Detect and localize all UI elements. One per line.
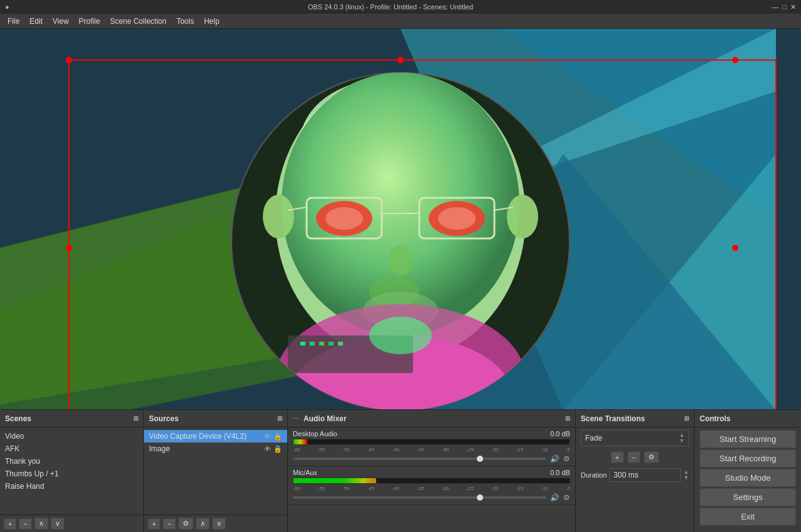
lock-icon[interactable]: 🔒 <box>273 432 282 441</box>
sources-panel-title: Sources <box>149 414 178 423</box>
exit-button[interactable]: Exit <box>700 508 796 526</box>
mic-aux-label: Mic/Aux <box>293 469 317 476</box>
settings-button[interactable]: Settings <box>700 488 796 506</box>
svg-rect-32 <box>319 342 324 345</box>
desktop-audio-labels: -60-55-50-45-40-35-30-25-20-15-10-5 <box>293 447 570 453</box>
duration-row: Duration 300 ms ▲▼ <box>576 466 694 484</box>
sources-panel-footer: + − ⚙ ∧ ∨ <box>144 514 287 532</box>
transitions-panel-icon[interactable]: ⊞ <box>684 415 689 422</box>
mic-aux-header: Mic/Aux 0.0 dB <box>293 469 570 476</box>
duration-value: 300 ms <box>614 471 638 479</box>
window-icon: ● <box>5 3 9 11</box>
source-item-image-icons: 👁 🔒 <box>264 445 282 453</box>
studio-mode-button[interactable]: Studio Mode <box>700 469 796 487</box>
window-title: OBS 24.0.3 (linux) - Profile: Untitled -… <box>9 3 772 11</box>
transitions-panel-header: Scene Transitions ⊞ <box>576 410 694 427</box>
scenes-remove-button[interactable]: − <box>19 518 31 529</box>
mic-aux-vu-meter <box>293 478 570 484</box>
menu-profile[interactable]: Profile <box>74 16 105 27</box>
svg-point-40 <box>732 57 738 63</box>
svg-rect-30 <box>300 342 305 345</box>
sources-add-button[interactable]: + <box>148 518 160 529</box>
close-button[interactable]: ✕ <box>790 3 796 11</box>
menu-help[interactable]: Help <box>199 16 225 27</box>
scenes-add-button[interactable]: + <box>4 518 16 529</box>
sources-up-button[interactable]: ∧ <box>196 518 210 529</box>
source-item-v4l2-icons: 👁 🔒 <box>264 432 282 441</box>
mic-aux-slider-thumb <box>477 494 483 501</box>
sources-panel: Sources ⊞ Video Capture Device (V4L2) 👁 … <box>144 410 288 532</box>
mic-aux-slider[interactable] <box>293 496 546 499</box>
scene-item-raisehand[interactable]: Raise Hand <box>0 480 143 493</box>
desktop-audio-vu-meter <box>293 439 570 445</box>
menu-view[interactable]: View <box>48 16 74 27</box>
start-streaming-button[interactable]: Start Streaming <box>700 430 796 448</box>
desktop-audio-controls: 🔊 ⚙ <box>293 454 570 463</box>
sources-remove-button[interactable]: − <box>163 518 175 529</box>
scenes-down-button[interactable]: ∨ <box>51 518 64 529</box>
scenes-up-button[interactable]: ∧ <box>34 518 48 529</box>
scene-item-video[interactable]: Video <box>0 430 143 442</box>
svg-rect-33 <box>329 342 334 345</box>
svg-point-39 <box>397 57 404 63</box>
mic-aux-settings-icon[interactable]: ⚙ <box>563 493 570 502</box>
controls-panel-header: Controls <box>695 410 801 427</box>
sources-panel-header: Sources ⊞ <box>144 410 287 427</box>
menu-file[interactable]: File <box>3 16 24 27</box>
scenes-panel-header: Scenes ⊞ <box>0 410 143 427</box>
sources-down-button[interactable]: ∨ <box>212 518 226 529</box>
transition-dropdown[interactable]: Fade ▲▼ <box>581 430 689 446</box>
source-item-image[interactable]: Image 👁 🔒 <box>144 442 287 455</box>
controls-panel: Controls Start Streaming Start Recording… <box>695 410 801 532</box>
duration-value-display: 300 ms <box>610 468 681 482</box>
title-bar: ● OBS 24.0.3 (linux) - Profile: Untitled… <box>0 0 801 14</box>
scenes-panel: Scenes ⊞ Video AFK Thank you Thumbs Up /… <box>0 410 144 532</box>
start-recording-button[interactable]: Start Recording <box>700 449 796 468</box>
scene-item-afk[interactable]: AFK <box>0 442 143 455</box>
duration-label: Duration <box>581 471 607 479</box>
duration-spinner[interactable]: ▲▼ <box>683 469 689 481</box>
desktop-audio-label: Desktop Audio <box>293 430 337 437</box>
scenes-list: Video AFK Thank you Thumbs Up / +1 Raise… <box>0 427 143 514</box>
audio-drag-handle: ⋯ <box>293 415 300 422</box>
audio-panel-icon[interactable]: ⊞ <box>565 415 570 422</box>
transitions-panel: Scene Transitions ⊞ Fade ▲▼ + − ⚙ Durati… <box>576 410 695 532</box>
scene-item-thumbsup[interactable]: Thumbs Up / +1 <box>0 468 143 480</box>
desktop-audio-header: Desktop Audio 0.0 dB <box>293 430 570 437</box>
sources-settings-button[interactable]: ⚙ <box>178 518 193 529</box>
scenes-panel-icon[interactable]: ⊞ <box>133 415 138 422</box>
desktop-audio-slider[interactable] <box>293 458 546 460</box>
eye-icon2[interactable]: 👁 <box>264 445 271 453</box>
mic-aux-labels: -60-55-50-45-40-35-30-25-20-15-10-5 <box>293 486 570 491</box>
menu-bar: File Edit View Profile Scene Collection … <box>0 14 801 29</box>
source-item-v4l2-label: Video Capture Device (V4L2) <box>149 432 247 441</box>
desktop-audio-settings-icon[interactable]: ⚙ <box>563 454 570 463</box>
maximize-button[interactable]: □ <box>782 3 787 11</box>
desktop-audio-vu-fill <box>293 439 307 444</box>
menu-scene-collection[interactable]: Scene Collection <box>105 16 171 27</box>
controls-panel-title: Controls <box>700 414 730 423</box>
eye-icon[interactable]: 👁 <box>264 432 271 441</box>
scenes-panel-footer: + − ∧ ∨ <box>0 514 143 532</box>
minimize-button[interactable]: — <box>772 3 778 11</box>
source-item-v4l2[interactable]: Video Capture Device (V4L2) 👁 🔒 <box>144 430 287 442</box>
preview-area <box>0 29 801 409</box>
mic-aux-channel: Mic/Aux 0.0 dB -60-55-50-45-40-35-30-25-… <box>288 466 575 505</box>
transitions-remove-button[interactable]: − <box>628 451 640 463</box>
menu-tools[interactable]: Tools <box>171 16 199 27</box>
desktop-audio-mute-icon[interactable]: 🔊 <box>550 454 559 463</box>
mic-aux-mute-icon[interactable]: 🔊 <box>550 493 559 502</box>
scene-item-thankyou[interactable]: Thank you <box>0 455 143 468</box>
controls-buttons-area: Start Streaming Start Recording Studio M… <box>695 427 801 532</box>
mic-aux-controls: 🔊 ⚙ <box>293 493 570 502</box>
transitions-settings-button[interactable]: ⚙ <box>644 451 659 463</box>
source-item-image-label: Image <box>149 444 170 453</box>
transition-spinner[interactable]: ▲▼ <box>679 432 685 444</box>
menu-edit[interactable]: Edit <box>24 16 48 27</box>
sources-panel-icon[interactable]: ⊞ <box>277 415 282 422</box>
transitions-panel-title: Scene Transitions <box>581 414 645 423</box>
svg-rect-31 <box>310 342 315 345</box>
preview-canvas <box>0 29 801 409</box>
transitions-add-button[interactable]: + <box>611 451 623 463</box>
lock-icon2[interactable]: 🔒 <box>273 445 282 453</box>
